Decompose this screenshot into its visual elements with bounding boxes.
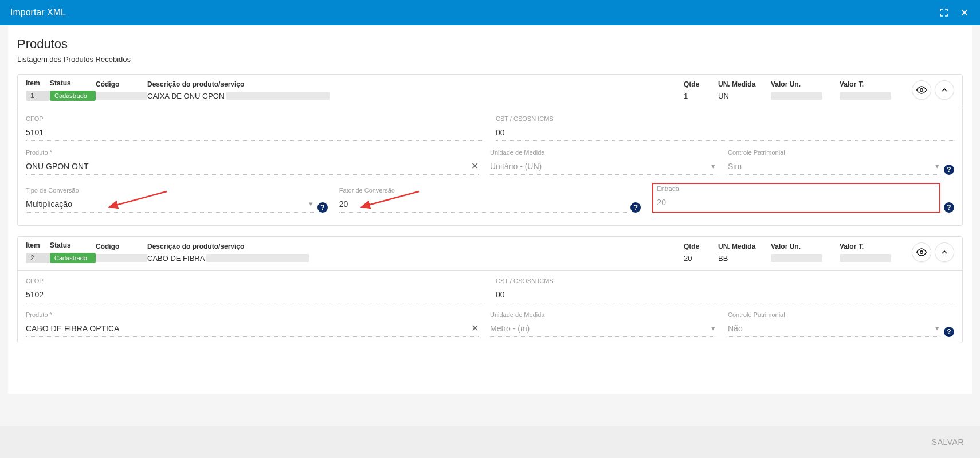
unidade-select[interactable]	[490, 158, 716, 175]
col-header-un: UN. Medida	[718, 80, 771, 88]
codigo-value	[96, 254, 147, 262]
col-header-vun: Valor Un.	[771, 242, 840, 250]
col-header-status: Status	[50, 241, 96, 249]
entrada-label: Entrada	[657, 185, 936, 192]
col-header-codigo: Código	[96, 242, 147, 250]
produto-label: Produto *	[26, 311, 479, 318]
unidade-label: Unidade de Medida	[490, 311, 716, 318]
qtde-value: 20	[684, 254, 718, 263]
help-icon[interactable]: ?	[317, 202, 328, 213]
col-header-desc: Descrição do produto/serviço	[147, 80, 684, 88]
product-detail-body: CFOP CST / CSOSN ICMS Produto * ✕ Unidad…	[18, 271, 962, 343]
item-number-badge: 2	[26, 253, 50, 263]
help-icon[interactable]: ?	[944, 202, 954, 213]
eye-icon	[916, 85, 927, 95]
cst-input[interactable]	[496, 287, 954, 303]
eye-icon	[916, 247, 927, 257]
section-title: Produtos	[17, 37, 963, 52]
status-badge: Cadastrado	[50, 253, 96, 263]
col-header-un: UN. Medida	[718, 242, 771, 250]
header-actions	[939, 7, 970, 18]
cfop-input[interactable]	[26, 124, 484, 141]
cst-label: CST / CSOSN ICMS	[496, 115, 954, 122]
col-header-desc: Descrição do produto/serviço	[147, 242, 684, 250]
cfop-input[interactable]	[26, 287, 484, 303]
controle-select[interactable]	[728, 320, 940, 337]
help-icon[interactable]: ?	[944, 165, 954, 175]
view-button[interactable]	[912, 80, 931, 100]
cst-label: CST / CSOSN ICMS	[496, 277, 954, 284]
item-number-badge: 1	[26, 91, 50, 101]
svg-point-0	[920, 89, 923, 92]
help-icon[interactable]: ?	[630, 202, 641, 213]
col-header-qtde: Qtde	[684, 242, 718, 250]
view-button[interactable]	[912, 242, 931, 262]
chevron-up-icon	[940, 85, 949, 95]
col-header-codigo: Código	[96, 80, 147, 88]
clear-icon[interactable]: ✕	[471, 161, 479, 171]
clear-icon[interactable]: ✕	[471, 323, 479, 334]
product-summary-row: Item 2 Status Cadastrado Código Descriçã…	[18, 237, 962, 271]
col-header-item: Item	[26, 79, 50, 87]
modal-title: Importar XML	[10, 7, 66, 18]
controle-label: Controle Patrimonial	[728, 149, 940, 156]
un-medida-value: BB	[718, 254, 771, 263]
product-summary-row: Item 1 Status Cadastrado Código Descriçã…	[18, 75, 962, 108]
help-icon[interactable]: ?	[944, 327, 954, 337]
product-detail-body: CFOP CST / CSOSN ICMS Produto * ✕ Unidad…	[18, 108, 962, 225]
codigo-value	[96, 92, 147, 100]
unidade-select[interactable]	[490, 320, 716, 337]
col-header-vt: Valor T.	[840, 80, 908, 88]
tipo-conv-label: Tipo de Conversão	[26, 187, 314, 194]
collapse-button[interactable]	[935, 80, 954, 100]
col-header-status: Status	[50, 79, 96, 87]
valor-un-value	[771, 254, 822, 262]
controle-label: Controle Patrimonial	[728, 311, 940, 318]
product-card: Item 1 Status Cadastrado Código Descriçã…	[17, 74, 963, 226]
cfop-label: CFOP	[26, 277, 484, 284]
tipo-conv-select[interactable]	[26, 196, 314, 213]
qtde-value: 1	[684, 92, 718, 100]
fullscreen-toggle-icon[interactable]	[939, 7, 949, 18]
col-header-vun: Valor Un.	[771, 80, 840, 88]
main-content: Produtos Listagem dos Produtos Recebidos…	[8, 25, 972, 394]
chevron-up-icon	[940, 248, 949, 257]
status-badge: Cadastrado	[50, 91, 96, 101]
product-card: Item 2 Status Cadastrado Código Descriçã…	[17, 236, 963, 343]
svg-point-5	[920, 251, 923, 254]
descricao-value: CAIXA DE ONU GPON	[147, 92, 684, 100]
valor-un-value	[771, 92, 822, 100]
produto-input[interactable]	[26, 158, 479, 175]
controle-select[interactable]	[728, 158, 940, 175]
fator-conv-input[interactable]	[339, 196, 628, 213]
collapse-button[interactable]	[935, 242, 954, 262]
col-header-qtde: Qtde	[684, 80, 718, 88]
entrada-input[interactable]	[657, 194, 936, 210]
cst-input[interactable]	[496, 124, 954, 141]
produto-label: Produto *	[26, 149, 479, 156]
fator-conv-label: Fator de Conversão	[339, 187, 628, 194]
section-subtitle: Listagem dos Produtos Recebidos	[17, 55, 963, 64]
valor-t-value	[840, 92, 891, 100]
close-icon[interactable]	[959, 7, 970, 18]
valor-t-value	[840, 254, 891, 262]
col-header-item: Item	[26, 241, 50, 249]
produto-input[interactable]	[26, 320, 479, 337]
modal-header: Importar XML	[0, 0, 980, 25]
unidade-label: Unidade de Medida	[490, 149, 716, 156]
col-header-vt: Valor T.	[840, 242, 908, 250]
un-medida-value: UN	[718, 92, 771, 100]
cfop-label: CFOP	[26, 115, 484, 122]
descricao-value: CABO DE FIBRA	[147, 254, 684, 263]
